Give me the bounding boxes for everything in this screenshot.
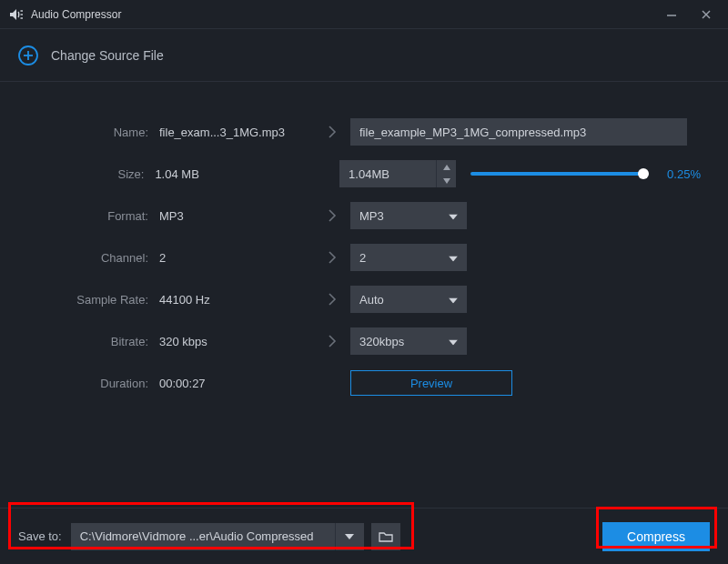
row-channel: Channel: 2 2 (27, 237, 701, 278)
svg-marker-12 (449, 257, 458, 262)
save-path-display[interactable]: C:\Vidmore\Vidmore ...er\Audio Compresse… (71, 523, 335, 550)
channel-select[interactable]: 2 (350, 244, 467, 271)
size-decrease-button[interactable] (437, 174, 456, 187)
change-source-label: Change Source File (51, 48, 164, 63)
chevron-down-icon (449, 209, 458, 223)
chevron-down-icon (449, 335, 458, 348)
source-format: MP3 (159, 209, 314, 223)
arrow-icon (314, 250, 350, 265)
label-duration: Duration: (27, 377, 159, 390)
save-to-label: Save to: (18, 529, 62, 543)
label-channel: Channel: (27, 251, 159, 265)
arrow-icon (314, 125, 350, 139)
svg-marker-11 (449, 215, 458, 220)
row-duration: Duration: 00:00:27 Preview (27, 362, 701, 404)
sample-rate-select[interactable]: Auto (350, 286, 467, 313)
row-sample-rate: Sample Rate: 44100 Hz Auto (27, 278, 701, 320)
label-sample-rate: Sample Rate: (27, 293, 159, 307)
window-title: Audio Compressor (31, 8, 659, 21)
plus-circle-icon (18, 45, 38, 65)
chevron-down-icon (449, 251, 458, 265)
source-name: file_exam...3_1MG.mp3 (159, 126, 314, 139)
bitrate-select[interactable]: 320kbps (350, 327, 467, 355)
change-source-row[interactable]: Change Source File (0, 29, 728, 82)
row-format: Format: MP3 MP3 (27, 195, 701, 237)
format-select[interactable]: MP3 (350, 202, 467, 229)
preview-button[interactable]: Preview (350, 370, 512, 396)
settings-form: Name: file_exam...3_1MG.mp3 file_example… (0, 82, 728, 404)
label-format: Format: (27, 209, 159, 223)
save-path-dropdown[interactable] (335, 523, 364, 550)
svg-marker-9 (443, 165, 450, 170)
source-sample-rate: 44100 Hz (159, 293, 314, 307)
row-name: Name: file_exam...3_1MG.mp3 file_example… (27, 111, 701, 153)
label-size: Size: (27, 167, 155, 181)
svg-marker-10 (443, 178, 450, 184)
svg-marker-15 (345, 534, 354, 539)
channel-select-value: 2 (359, 251, 366, 265)
source-channel: 2 (159, 251, 314, 265)
sample-rate-select-value: Auto (359, 293, 384, 307)
sound-icon (9, 8, 24, 21)
minimize-button[interactable] (659, 2, 684, 27)
svg-marker-13 (449, 298, 458, 304)
size-spinner[interactable]: 1.04MB (339, 160, 456, 187)
label-name: Name: (27, 126, 159, 139)
source-bitrate: 320 kbps (159, 335, 314, 348)
save-path-group: C:\Vidmore\Vidmore ...er\Audio Compresse… (71, 523, 400, 550)
arrow-icon (314, 334, 350, 348)
row-size: Size: 1.04 MB 1.04MB 0.25% (27, 153, 701, 195)
title-bar: Audio Compressor (0, 0, 728, 29)
svg-marker-14 (449, 340, 458, 346)
slider-thumb[interactable] (638, 168, 649, 179)
row-bitrate: Bitrate: 320 kbps 320kbps (27, 320, 701, 362)
close-button[interactable] (693, 2, 719, 27)
chevron-down-icon (449, 293, 458, 307)
bottom-bar: Save to: C:\Vidmore\Vidmore ...er\Audio … (0, 508, 728, 564)
bitrate-select-value: 320kbps (359, 335, 404, 348)
label-bitrate: Bitrate: (27, 335, 159, 348)
browse-folder-button[interactable] (371, 523, 400, 550)
output-name-input[interactable]: file_example_MP3_1MG_compressed.mp3 (350, 118, 687, 146)
size-slider[interactable] (470, 172, 643, 176)
format-select-value: MP3 (359, 209, 384, 223)
compression-percent: 0.25% (667, 167, 701, 181)
arrow-icon (314, 292, 350, 307)
compress-button[interactable]: Compress (602, 522, 710, 551)
size-increase-button[interactable] (437, 160, 456, 174)
source-size: 1.04 MB (155, 167, 304, 181)
arrow-icon (314, 208, 350, 223)
size-spinner-value: 1.04MB (349, 167, 389, 181)
source-duration: 00:00:27 (159, 377, 314, 390)
